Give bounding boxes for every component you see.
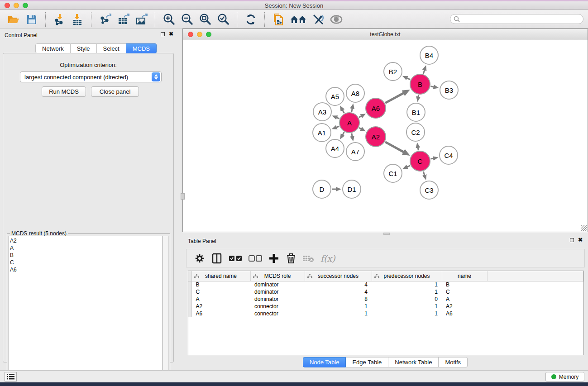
import-table-icon	[72, 14, 83, 25]
zoom-out-button[interactable]	[180, 13, 194, 26]
list-icon	[7, 374, 14, 380]
tab-mcds[interactable]: MCDS	[126, 43, 157, 53]
open-session-button[interactable]	[7, 13, 20, 26]
resize-grip[interactable]	[581, 225, 587, 231]
delete-table-button[interactable]	[301, 252, 315, 265]
table-row[interactable]: Bdominator41B	[188, 281, 583, 288]
add-column-button[interactable]	[267, 252, 281, 265]
graph-node-C4[interactable]: C4	[439, 146, 458, 165]
graph-node-D[interactable]: D	[312, 180, 331, 199]
graph-node-A6[interactable]: A6	[365, 98, 386, 119]
graph-node-A3[interactable]: A3	[313, 102, 332, 121]
graph-node-B2[interactable]: B2	[383, 62, 402, 81]
export-network-button[interactable]	[98, 13, 112, 26]
table-row[interactable]: Cdominator41C	[188, 288, 583, 295]
column-view-button[interactable]	[210, 252, 224, 265]
graph-edge	[418, 95, 419, 97]
search-box	[450, 14, 583, 24]
graph-edge	[407, 78, 411, 80]
network-view-window: testGlobe.txt B4B2BB3A5A8A6A3B1AA1C2A2A4…	[182, 29, 588, 232]
zoom-in-button[interactable]	[162, 13, 176, 26]
graph-node-B3[interactable]: B3	[440, 81, 459, 100]
graph-node-C3[interactable]: C3	[420, 181, 439, 200]
eye-icon	[330, 14, 343, 24]
graph-node-C2[interactable]: C2	[406, 123, 425, 142]
list-item[interactable]: A	[10, 244, 162, 252]
import-network-button[interactable]	[53, 13, 66, 26]
graph-node-A4[interactable]: A4	[325, 139, 344, 158]
network-window-titlebar[interactable]: testGlobe.txt	[183, 29, 588, 40]
list-item[interactable]: B	[10, 252, 162, 259]
graph-node-C[interactable]: C	[410, 151, 430, 172]
graph-edge	[343, 132, 344, 135]
float-panel-icon[interactable]	[161, 32, 165, 36]
import-table-button[interactable]	[71, 13, 84, 26]
list-item[interactable]: A6	[10, 266, 162, 273]
graph-node-A1[interactable]: A1	[312, 123, 331, 142]
graph-node-C1[interactable]: C1	[383, 164, 402, 183]
graph-node-A8[interactable]: A8	[346, 84, 365, 103]
tab-style[interactable]: Style	[71, 43, 97, 53]
graph-node-A5[interactable]: A5	[325, 87, 344, 106]
function-builder-button[interactable]: f(x)	[320, 253, 335, 263]
columns-icon	[212, 253, 222, 264]
memory-button[interactable]: Memory	[545, 372, 584, 381]
graph-node-A[interactable]: A	[339, 112, 360, 133]
annotation-mode-button[interactable]	[311, 13, 325, 26]
search-icon	[454, 16, 460, 22]
optimization-criterion-select[interactable]: largest connected component (directed)	[20, 71, 162, 82]
graph-edge	[352, 108, 353, 112]
close-panel-button[interactable]: Close panel	[91, 86, 139, 97]
tab-select[interactable]: Select	[97, 43, 126, 53]
save-session-button[interactable]	[25, 13, 38, 26]
graph-edge	[342, 110, 344, 113]
tab-edge-table[interactable]: Edge Table	[346, 357, 388, 367]
close-panel-icon[interactable]: ✖	[578, 238, 583, 242]
tab-node-table[interactable]: Node Table	[303, 357, 346, 367]
tab-network-table[interactable]: Network Table	[388, 357, 439, 367]
task-history-button[interactable]	[5, 372, 17, 381]
zoom-fit-button[interactable]	[198, 13, 212, 26]
tab-motifs[interactable]: Motifs	[439, 357, 468, 367]
graph-node-A2[interactable]: A2	[365, 126, 386, 147]
deselect-all-button[interactable]	[247, 252, 263, 265]
vertical-splitter-handle[interactable]	[181, 193, 185, 200]
list-item[interactable]: A2	[10, 237, 162, 244]
run-mcds-button[interactable]: Run MCDS	[42, 86, 86, 97]
houses-icon	[290, 14, 306, 25]
table-row[interactable]: A6connector11A6	[188, 310, 583, 317]
graph-node-B4[interactable]: B4	[420, 46, 439, 65]
control-panel: Control Panel ✖ Network Style Select MCD…	[0, 29, 177, 369]
column-header-predecessor-nodes[interactable]: predecessor nodes	[372, 271, 442, 281]
select-all-button[interactable]	[227, 252, 244, 265]
list-item[interactable]: C	[10, 259, 162, 266]
column-header-name[interactable]: name	[442, 271, 487, 281]
search-input[interactable]	[462, 15, 583, 23]
zoom-selected-button[interactable]	[216, 13, 230, 26]
mcds-result-list[interactable]: A2 A B C A6	[8, 236, 163, 385]
network-canvas[interactable]: B4B2BB3A5A8A6A3B1AA1C2A2A4A7C4CC1C3DD1	[183, 40, 588, 232]
graph-node-B[interactable]: B	[410, 74, 430, 95]
cybrowser-button[interactable]	[290, 13, 307, 26]
network-from-selection-button[interactable]	[272, 13, 285, 26]
close-panel-icon[interactable]: ✖	[169, 32, 173, 36]
delete-button[interactable]	[284, 252, 298, 265]
graph-node-D1[interactable]: D1	[342, 180, 361, 199]
table-settings-button[interactable]	[193, 252, 206, 265]
export-table-button[interactable]	[116, 13, 130, 26]
table-row[interactable]: A2connector11A2	[188, 303, 583, 310]
graph-node-A7[interactable]: A7	[346, 142, 365, 161]
column-header-shared-name[interactable]: shared name	[191, 271, 250, 281]
column-header-successor-nodes[interactable]: successor nodes	[305, 271, 372, 281]
zoom-selected-icon	[217, 13, 229, 25]
apply-layout-button[interactable]	[244, 13, 258, 26]
float-panel-icon[interactable]	[570, 238, 574, 242]
export-image-button[interactable]	[134, 13, 148, 26]
graph-node-B1[interactable]: B1	[406, 103, 425, 122]
show-graphics-button[interactable]	[330, 13, 343, 26]
tab-network[interactable]: Network	[35, 43, 71, 53]
optimization-criterion-label: Optimization criterion:	[3, 62, 173, 68]
column-header-mcds-role[interactable]: MCDS role	[250, 271, 305, 281]
scrollbar[interactable]	[163, 236, 169, 385]
table-row[interactable]: Adominator80A	[188, 295, 583, 303]
